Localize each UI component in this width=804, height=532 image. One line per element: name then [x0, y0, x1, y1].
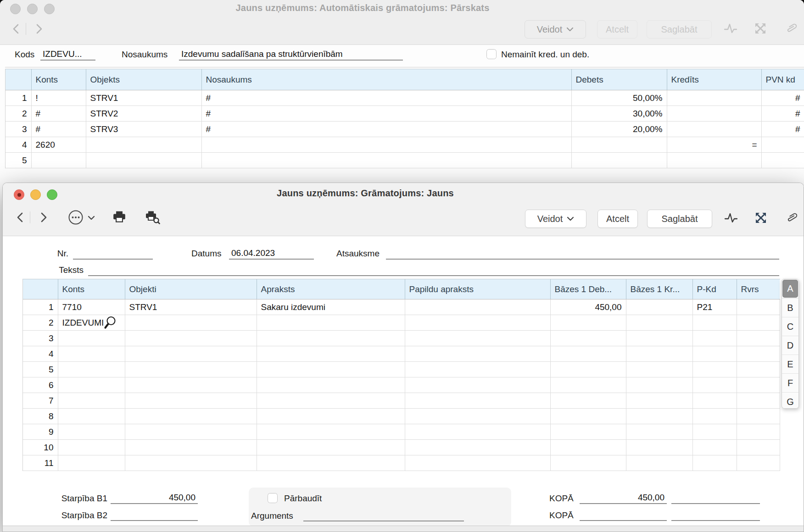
cell-bazes-1-deb[interactable]: [550, 440, 626, 455]
cell-apraksts[interactable]: [257, 409, 405, 424]
cell-p-kd[interactable]: P21: [692, 299, 737, 315]
cell-kredits[interactable]: =: [667, 137, 761, 153]
cell-kredits[interactable]: [667, 122, 761, 137]
cell-nosaukums[interactable]: #: [201, 106, 571, 122]
nr-field[interactable]: [73, 247, 153, 260]
cell-debets[interactable]: 30,00%: [571, 106, 667, 122]
cell-objekts[interactable]: STRV2: [86, 106, 201, 122]
veidot-button[interactable]: Veidot: [525, 210, 586, 228]
print-preview-icon[interactable]: [144, 211, 161, 224]
cell-bazes-1-deb[interactable]: [550, 393, 626, 409]
cell-apraksts[interactable]: [257, 331, 405, 346]
paperclip-icon[interactable]: [783, 20, 800, 37]
cell-rvrs[interactable]: [737, 409, 780, 424]
cell-bazes-1-deb[interactable]: [550, 315, 626, 331]
cell-p-kd[interactable]: [692, 346, 737, 362]
cell-konts[interactable]: 7710: [58, 299, 125, 315]
cell-konts[interactable]: [58, 393, 125, 409]
cell-papildu-apraksts[interactable]: [405, 377, 550, 393]
tab-d[interactable]: D: [782, 336, 798, 355]
teksts-field[interactable]: [88, 263, 779, 276]
cell-konts[interactable]: 2620: [31, 137, 86, 153]
cell-konts[interactable]: #: [31, 106, 86, 122]
more-options-icon[interactable]: [68, 210, 84, 225]
cell-objekts[interactable]: [86, 137, 201, 153]
cell-p-kd[interactable]: [692, 424, 737, 440]
cell-p-kd[interactable]: [692, 393, 737, 409]
cell-rvrs[interactable]: [737, 424, 780, 440]
cell-objekti[interactable]: STRV1: [125, 299, 257, 315]
tab-g[interactable]: G: [782, 392, 798, 409]
cell-rvrs[interactable]: [737, 315, 780, 331]
cell-objekti[interactable]: [125, 315, 257, 331]
cell-kredits[interactable]: [667, 90, 761, 106]
cell-objekti[interactable]: [125, 409, 257, 424]
activity-icon[interactable]: [724, 22, 737, 35]
cell-bazes-1-deb[interactable]: [550, 409, 626, 424]
forward-arrow-icon[interactable]: [38, 211, 49, 224]
cell-bazes-1-kr[interactable]: [626, 346, 692, 362]
cell-konts[interactable]: !: [31, 90, 86, 106]
cell-nosaukums[interactable]: #: [201, 122, 571, 137]
kods-field[interactable]: IZDEVU...: [40, 48, 95, 61]
cell-bazes-1-kr[interactable]: [626, 331, 692, 346]
cell-rvrs[interactable]: [737, 377, 780, 393]
atcelt-button[interactable]: Atcelt: [597, 210, 638, 228]
forward-arrow-icon[interactable]: [33, 22, 44, 35]
cell-p-kd[interactable]: [692, 331, 737, 346]
cell-pvn-kd[interactable]: [761, 137, 804, 153]
cell-bazes-1-deb[interactable]: [550, 424, 626, 440]
cell-bazes-1-kr[interactable]: [626, 315, 692, 331]
tab-e[interactable]: E: [782, 355, 798, 373]
cell-bazes-1-deb[interactable]: [550, 362, 626, 377]
cell-papildu-apraksts[interactable]: [405, 393, 550, 409]
cell-rvrs[interactable]: [737, 393, 780, 409]
nemainit-checkbox[interactable]: [486, 49, 497, 59]
cell-objekti[interactable]: [125, 331, 257, 346]
saglabat-button[interactable]: Saglabāt: [647, 210, 712, 228]
cell-papildu-apraksts[interactable]: [405, 440, 550, 455]
nosaukums-field[interactable]: Izdevumu sadalīšana pa struktūrvienībām: [179, 48, 403, 61]
expand-icon[interactable]: [754, 22, 767, 35]
cell-papildu-apraksts[interactable]: [405, 299, 550, 315]
cell-nosaukums[interactable]: #: [201, 90, 571, 106]
cell-konts[interactable]: [58, 440, 125, 455]
cell-debets[interactable]: 50,00%: [571, 90, 667, 106]
cell-konts[interactable]: [31, 153, 86, 168]
tab-a[interactable]: A: [782, 280, 798, 298]
cell-konts[interactable]: [58, 377, 125, 393]
cell-apraksts[interactable]: [257, 440, 405, 455]
cell-objekti[interactable]: [125, 377, 257, 393]
cell-rvrs[interactable]: [737, 455, 780, 471]
back-arrow-icon[interactable]: [11, 22, 22, 35]
cell-apraksts[interactable]: [257, 315, 405, 331]
cell-bazes-1-kr[interactable]: [626, 393, 692, 409]
cell-konts[interactable]: [58, 424, 125, 440]
cell-konts[interactable]: [58, 455, 125, 471]
cell-objekti[interactable]: [125, 424, 257, 440]
cell-apraksts[interactable]: [257, 377, 405, 393]
cell-bazes-1-deb[interactable]: [550, 331, 626, 346]
cell-bazes-1-kr[interactable]: [626, 424, 692, 440]
paperclip-icon[interactable]: [783, 209, 801, 227]
cell-konts[interactable]: [58, 409, 125, 424]
cell-rvrs[interactable]: [737, 299, 780, 315]
cell-konts[interactable]: [58, 346, 125, 362]
cell-p-kd[interactable]: [692, 455, 737, 471]
cell-bazes-1-deb[interactable]: [550, 377, 626, 393]
print-icon[interactable]: [112, 211, 127, 223]
cell-apraksts[interactable]: [257, 362, 405, 377]
cell-objekts[interactable]: STRV1: [86, 90, 201, 106]
chevron-down-icon[interactable]: [87, 215, 95, 221]
tab-c[interactable]: C: [782, 317, 798, 336]
cell-bazes-1-kr[interactable]: [626, 409, 692, 424]
cell-bazes-1-kr[interactable]: [626, 377, 692, 393]
cell-objekti[interactable]: [125, 440, 257, 455]
cell-p-kd[interactable]: [692, 362, 737, 377]
cell-p-kd[interactable]: [692, 377, 737, 393]
cell-papildu-apraksts[interactable]: [405, 346, 550, 362]
expand-icon[interactable]: [754, 211, 768, 225]
cell-papildu-apraksts[interactable]: [405, 315, 550, 331]
cell-papildu-apraksts[interactable]: [405, 409, 550, 424]
parbaudit-checkbox[interactable]: [268, 493, 278, 503]
